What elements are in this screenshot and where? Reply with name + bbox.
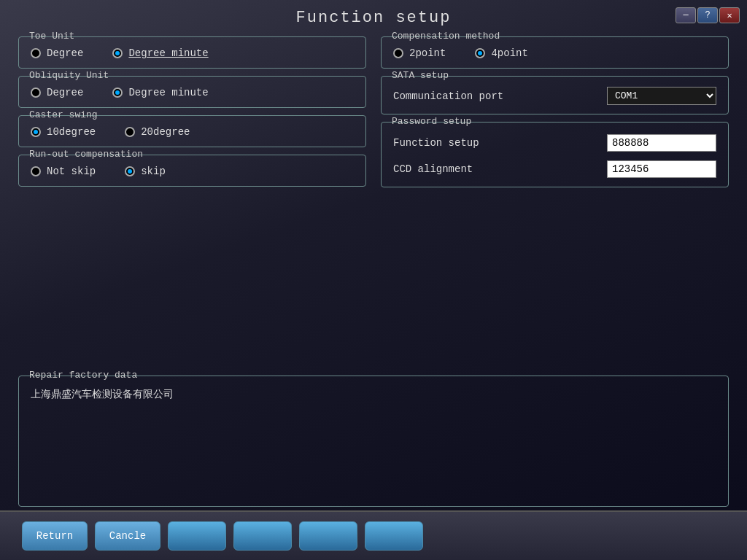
caster-10-option[interactable]: 10degree bbox=[31, 126, 96, 138]
title-bar: Function setup — ? ✕ bbox=[0, 0, 747, 33]
toe-degree-minute-radio[interactable] bbox=[112, 48, 123, 58]
action-button-4[interactable] bbox=[233, 521, 292, 551]
obl-degree-radio[interactable] bbox=[31, 88, 41, 98]
obliquity-unit-group: Obliquity Unit Degree Degree minute bbox=[18, 76, 366, 108]
bottom-bar: Return Cancle bbox=[0, 510, 747, 560]
caster-swing-label: Caster swing bbox=[26, 109, 101, 120]
window-controls: — ? ✕ bbox=[676, 7, 740, 23]
runout-compensation-radio-group: Not skip skip bbox=[31, 164, 354, 177]
runout-compensation-label: Run-out compensation bbox=[26, 149, 146, 160]
comp-4point-label: 4point bbox=[491, 47, 527, 59]
obl-degree-option[interactable]: Degree bbox=[31, 87, 83, 98]
toe-degree-minute-label: Degree minute bbox=[128, 47, 208, 59]
compensation-method-group: Compensation method 2point 4point bbox=[381, 36, 729, 69]
runout-notskip-radio[interactable] bbox=[31, 166, 41, 176]
compensation-method-label: Compensation method bbox=[389, 31, 503, 42]
comp-2point-option[interactable]: 2point bbox=[393, 47, 446, 59]
comm-port-select[interactable]: COM1 COM2 COM3 COM4 bbox=[607, 87, 716, 105]
toe-degree-option[interactable]: Degree bbox=[31, 47, 83, 59]
ccd-alignment-pwd-input[interactable] bbox=[607, 160, 716, 178]
runout-skip-radio[interactable] bbox=[125, 166, 135, 176]
obl-degree-label: Degree bbox=[47, 87, 83, 98]
left-column: Toe Unit Degree Degree minute bbox=[18, 36, 366, 370]
obliquity-unit-radio-group: Degree Degree minute bbox=[31, 85, 354, 98]
sata-setup-row: Communication port COM1 COM2 COM3 COM4 bbox=[393, 85, 716, 105]
minimize-button[interactable]: — bbox=[676, 7, 696, 23]
toe-unit-label: Toe Unit bbox=[26, 31, 77, 42]
password-grid: Function setup CCD alignment bbox=[393, 131, 716, 178]
ccd-alignment-pwd-label: CCD alignment bbox=[393, 163, 473, 175]
runout-notskip-label: Not skip bbox=[47, 166, 96, 177]
comm-port-label: Communication port bbox=[393, 90, 503, 102]
action-button-6[interactable] bbox=[365, 521, 423, 551]
toe-degree-radio[interactable] bbox=[31, 48, 41, 58]
obl-degree-minute-radio[interactable] bbox=[112, 88, 123, 98]
function-setup-pwd-input[interactable] bbox=[607, 134, 716, 152]
sata-setup-label: SATA setup bbox=[389, 70, 452, 81]
caster-20-radio[interactable] bbox=[125, 127, 135, 137]
repair-factory-data-text: 上海鼎盛汽车检测设备有限公司 bbox=[31, 385, 716, 401]
caster-10-label: 10degree bbox=[47, 126, 96, 138]
obl-degree-minute-option[interactable]: Degree minute bbox=[112, 87, 208, 98]
sata-setup-group: SATA setup Communication port COM1 COM2 … bbox=[381, 76, 729, 114]
password-function-row: Function setup bbox=[393, 134, 716, 152]
return-button[interactable]: Return bbox=[22, 521, 88, 551]
obliquity-unit-label: Obliquity Unit bbox=[26, 70, 112, 81]
main-window: Function setup — ? ✕ Toe Unit Degree bbox=[0, 0, 747, 560]
runout-skip-label: skip bbox=[141, 166, 166, 177]
obl-degree-minute-label: Degree minute bbox=[128, 87, 208, 98]
runout-notskip-option[interactable]: Not skip bbox=[31, 166, 96, 177]
compensation-method-radio-group: 2point 4point bbox=[393, 46, 716, 59]
password-setup-label: Password setup bbox=[389, 116, 474, 127]
close-button[interactable]: ✕ bbox=[719, 7, 740, 23]
cancel-button[interactable]: Cancle bbox=[95, 521, 160, 551]
top-section: Toe Unit Degree Degree minute bbox=[18, 36, 729, 370]
runout-skip-option[interactable]: skip bbox=[125, 166, 166, 177]
toe-degree-label: Degree bbox=[47, 47, 83, 59]
window-title: Function setup bbox=[296, 9, 452, 27]
toe-degree-minute-option[interactable]: Degree minute bbox=[112, 47, 208, 59]
right-column: Compensation method 2point 4point bbox=[381, 36, 729, 370]
action-button-3[interactable] bbox=[168, 521, 226, 551]
caster-swing-group: Caster swing 10degree 20degree bbox=[18, 115, 366, 147]
function-setup-pwd-label: Function setup bbox=[393, 137, 479, 149]
comp-2point-radio[interactable] bbox=[393, 48, 403, 58]
repair-factory-data-group: Repair factory data 上海鼎盛汽车检测设备有限公司 bbox=[18, 376, 729, 507]
content-wrapper: Toe Unit Degree Degree minute bbox=[0, 33, 747, 510]
caster-10-radio[interactable] bbox=[31, 127, 41, 137]
caster-20-option[interactable]: 20degree bbox=[125, 126, 190, 138]
password-ccd-row: CCD alignment bbox=[393, 160, 716, 178]
comp-4point-radio[interactable] bbox=[475, 48, 485, 58]
caster-20-label: 20degree bbox=[141, 126, 190, 138]
comp-4point-option[interactable]: 4point bbox=[475, 47, 527, 59]
comp-2point-label: 2point bbox=[409, 47, 446, 59]
password-setup-group: Password setup Function setup CCD alignm… bbox=[381, 122, 729, 187]
runout-compensation-group: Run-out compensation Not skip skip bbox=[18, 155, 366, 187]
toe-unit-radio-group: Degree Degree minute bbox=[31, 46, 354, 59]
caster-swing-radio-group: 10degree 20degree bbox=[31, 125, 354, 138]
repair-factory-data-label: Repair factory data bbox=[26, 370, 140, 381]
help-button[interactable]: ? bbox=[697, 7, 718, 23]
toe-unit-group: Toe Unit Degree Degree minute bbox=[18, 36, 366, 69]
action-button-5[interactable] bbox=[299, 521, 357, 551]
